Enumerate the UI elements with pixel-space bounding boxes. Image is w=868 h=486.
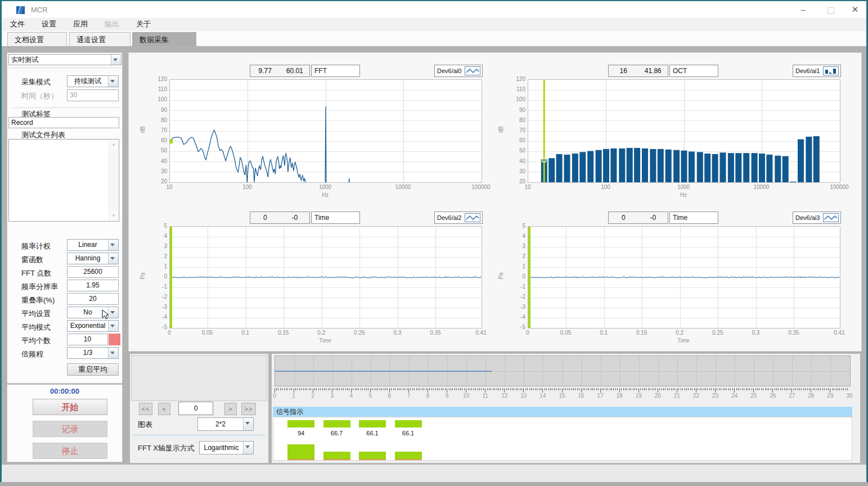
test-label-input[interactable]: Record: [8, 117, 119, 128]
ruler-number: 15: [556, 393, 568, 399]
chevron-down-icon[interactable]: [243, 418, 253, 430]
y-tick-label: -1: [148, 284, 167, 290]
scroll-up-icon[interactable]: ▲: [109, 140, 118, 149]
cursor-readout: 0-0: [250, 212, 310, 224]
channel-box[interactable]: Dev6/ai2: [434, 212, 483, 224]
measure-mode-select[interactable]: 实时测试: [8, 54, 122, 65]
tab-2[interactable]: 数据采集: [132, 32, 196, 46]
chart-type-box[interactable]: Time: [311, 212, 360, 224]
acq-mode-label: 采集模式: [21, 77, 51, 87]
y-tick-label: 5: [506, 223, 525, 229]
scrollbar[interactable]: ▲ ▼: [109, 140, 118, 220]
y-tick-label: 4: [506, 233, 525, 239]
plot-area[interactable]: [169, 79, 482, 183]
chevron-down-icon[interactable]: [111, 55, 121, 65]
plot-area[interactable]: [528, 79, 840, 183]
fft-xaxis-select[interactable]: Logarithmic: [199, 441, 254, 454]
x-tick-label: 0.41: [461, 330, 501, 336]
param-value-8: 1/3: [68, 348, 108, 358]
timeline-signal-panel: 0123456789101112131415161718192021222324…: [271, 353, 861, 464]
signal-indicator-body: 9466.766.166.1: [273, 417, 852, 461]
y-tick-label: 110: [148, 86, 167, 92]
nav-index-input[interactable]: 0: [178, 402, 213, 415]
y-tick-label: -3: [506, 304, 525, 310]
stop-button[interactable]: 停止: [33, 443, 107, 459]
tab-0[interactable]: 文档设置: [7, 32, 67, 46]
y-tick-label: 80: [506, 117, 525, 123]
y-tick-label: 5: [148, 223, 167, 229]
cursor-value-1: 60.01: [280, 65, 310, 76]
chevron-down-icon[interactable]: [108, 76, 118, 87]
ruler-number: 17: [594, 393, 606, 399]
record-button[interactable]: 记录: [33, 421, 107, 437]
timeline-ruler: 0123456789101112131415161718192021222324…: [275, 386, 849, 402]
param-select-0[interactable]: Linear: [67, 239, 119, 251]
chart-type-box[interactable]: Time: [669, 212, 718, 224]
chevron-down-icon[interactable]: [108, 253, 118, 264]
channel-box[interactable]: Dev6/ai3: [793, 212, 841, 224]
chevron-down-icon[interactable]: [243, 442, 253, 454]
chart-oct: 1641.86OCTDev6/ai11010010001000010000020…: [528, 65, 843, 206]
y-tick-label: 40: [506, 158, 525, 164]
x-tick-label: 100000: [820, 184, 859, 190]
x-tick-label: 0.3: [736, 330, 775, 336]
record-timeline[interactable]: [275, 356, 851, 386]
param-input-3[interactable]: 1.95: [67, 280, 119, 291]
restart-average-button[interactable]: 重启平均: [67, 363, 119, 376]
minimize-icon[interactable]: –: [795, 4, 812, 16]
start-button[interactable]: 开始: [33, 399, 107, 415]
ruler-number: 19: [632, 393, 645, 399]
param-input-7[interactable]: 10: [67, 334, 108, 345]
nav-first-button[interactable]: <<: [139, 403, 152, 415]
window-footer: [2, 465, 866, 482]
acq-mode-value: 持续测试: [68, 76, 108, 87]
param-select-5[interactable]: No: [67, 307, 119, 318]
time-sec-input[interactable]: 30: [67, 89, 119, 101]
ruler-number: 8: [422, 393, 434, 399]
chevron-down-icon[interactable]: [108, 348, 118, 358]
x-axis-name: Time: [528, 338, 839, 344]
param-select-6[interactable]: Exponential: [67, 320, 119, 332]
close-icon[interactable]: ✕: [847, 4, 863, 16]
cursor-readout: 9.7760.01: [250, 65, 310, 77]
y-tick-label: 90: [148, 107, 167, 113]
acq-mode-select[interactable]: 持续测试: [67, 75, 119, 87]
tab-1[interactable]: 通道设置: [69, 32, 131, 46]
chart-layout-select[interactable]: 2*2: [197, 417, 254, 431]
maximize-icon[interactable]: [827, 7, 834, 14]
signal-level-label: 66.7: [323, 430, 350, 436]
channel-box[interactable]: Dev6/ai0: [434, 65, 483, 77]
menu-item-4[interactable]: 关于: [128, 18, 159, 30]
ruler-number: 6: [383, 393, 395, 399]
charts-panel: 9.7760.01FFTDev6/ai010100100010000100000…: [128, 52, 862, 352]
param-label-8: 倍频程: [21, 349, 43, 359]
y-tick-label: -2: [148, 294, 167, 300]
chevron-down-icon[interactable]: [108, 240, 118, 250]
y-axis-name: Pa: [498, 272, 504, 279]
channel-box[interactable]: Dev6/ai1: [793, 65, 841, 77]
plot-area[interactable]: [169, 226, 482, 328]
signal-meter-bar: [395, 452, 422, 459]
param-input-2[interactable]: 25600: [67, 266, 119, 278]
chart-type-box[interactable]: FFT: [311, 65, 360, 77]
param-input-4[interactable]: 20: [67, 293, 119, 305]
x-tick-label: 1000: [664, 184, 703, 190]
chart-type-box[interactable]: OCT: [669, 65, 718, 77]
menu-item-1[interactable]: 设置: [33, 18, 65, 30]
nav-last-button[interactable]: >>: [241, 403, 256, 415]
menu-item-2[interactable]: 应用: [65, 18, 96, 30]
nav-prev-button[interactable]: <: [158, 403, 170, 415]
param-select-1[interactable]: Hanning: [67, 253, 119, 264]
ruler-number: 22: [690, 393, 702, 399]
chevron-down-icon[interactable]: [108, 321, 118, 331]
test-file-list[interactable]: ▲ ▼: [8, 139, 119, 222]
y-tick-label: 1: [148, 263, 167, 269]
plot-area[interactable]: [528, 226, 840, 328]
scroll-down-icon[interactable]: ▼: [109, 212, 118, 220]
ruler-number: 25: [748, 393, 760, 399]
menu-item-0[interactable]: 文件: [2, 18, 33, 30]
ruler-number: 12: [498, 393, 511, 399]
nav-next-button[interactable]: >: [224, 403, 237, 415]
y-tick-label: 30: [506, 168, 525, 174]
param-select-8[interactable]: 1/3: [67, 347, 119, 359]
